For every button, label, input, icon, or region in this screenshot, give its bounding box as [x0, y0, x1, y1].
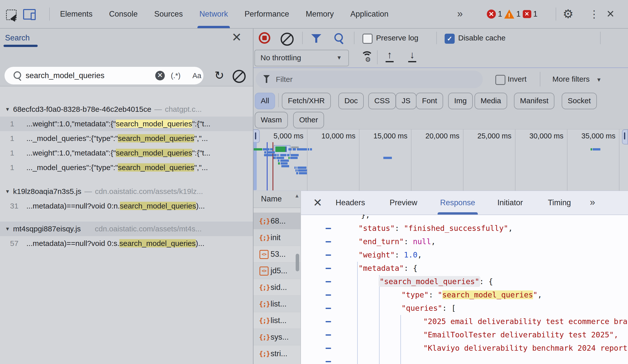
search-match-row[interactable]: 1 ..._model_queries":{"type":"search_mod…	[0, 160, 253, 175]
fold-marker[interactable]	[326, 321, 331, 322]
filter-funnel-icon[interactable]	[311, 33, 321, 43]
waterfall-bar[interactable]	[288, 157, 290, 159]
name-column-header[interactable]: Name ▲	[253, 191, 300, 208]
request-row[interactable]: {;}init	[253, 229, 300, 246]
result-group-header[interactable]: ▼ 68ecfcd3-f0a0-8328-b78e-46c2eb4015ce—c…	[0, 102, 253, 117]
filter-chip-other[interactable]: Other	[293, 112, 324, 128]
tab-preview[interactable]: Preview	[390, 191, 417, 215]
clear-search-icon[interactable]: ✕	[155, 71, 165, 80]
record-stop-icon[interactable]	[259, 32, 270, 44]
filter-chip-font[interactable]: Font	[416, 93, 443, 109]
filter-chip-manifest[interactable]: Manifest	[514, 93, 554, 109]
disable-cache-checkbox[interactable]: ✓	[445, 34, 455, 44]
throttling-dropdown[interactable]: No throttling ▼	[254, 50, 349, 66]
waterfall-bar[interactable]	[281, 162, 288, 165]
fold-marker[interactable]	[326, 348, 331, 349]
waterfall-bar[interactable]	[296, 167, 297, 169]
warning-badge-icon[interactable]: !	[504, 10, 514, 19]
waterfall-bar[interactable]	[297, 148, 307, 150]
close-devtools-icon[interactable]: ×	[607, 0, 614, 27]
fold-marker[interactable]	[326, 281, 331, 282]
waterfall-bar[interactable]	[294, 167, 296, 169]
timeline-overview[interactable]: 5,000 ms10,000 ms15,000 ms20,000 ms25,00…	[253, 129, 628, 191]
tab-timing[interactable]: Timing	[548, 191, 571, 215]
invert-checkbox[interactable]	[495, 75, 505, 85]
waterfall-bar[interactable]	[278, 160, 279, 162]
fold-marker[interactable]	[326, 241, 331, 242]
tab-console[interactable]: Console	[109, 0, 138, 28]
waterfall-bar[interactable]	[288, 148, 292, 150]
waterfall-bar[interactable]	[273, 154, 277, 156]
scroll-up-icon[interactable]: ▲	[294, 193, 299, 199]
search-match-row[interactable]: 1 ...weight":1.0,"metadata":{"search_mod…	[0, 146, 253, 160]
filter-chip-socket[interactable]: Socket	[562, 93, 597, 109]
inspect-element-icon[interactable]	[6, 10, 17, 20]
request-row[interactable]: {;}sid...	[253, 279, 300, 296]
filter-chip-fetch-xhr[interactable]: Fetch/XHR	[282, 93, 331, 109]
import-har-icon[interactable]: ↑	[384, 49, 395, 63]
overview-right-handle[interactable]	[622, 129, 628, 144]
filter-chip-all[interactable]: All	[255, 93, 275, 109]
tab-response[interactable]: Response	[440, 191, 475, 215]
request-row[interactable]: <>53...	[253, 246, 300, 263]
fold-marker[interactable]	[326, 254, 331, 256]
waterfall-bar[interactable]	[280, 154, 286, 156]
tab-initiator[interactable]: Initiator	[497, 191, 523, 215]
fold-marker[interactable]	[326, 361, 331, 362]
fold-marker[interactable]	[326, 334, 331, 336]
waterfall-bar[interactable]	[295, 169, 297, 172]
waterfall-bar[interactable]	[383, 157, 392, 159]
match-case-toggle[interactable]: Aa	[192, 67, 201, 84]
filter-chip-css[interactable]: CSS	[368, 93, 396, 109]
waterfall-bar[interactable]	[290, 157, 298, 159]
error-badge-icon[interactable]: ✕	[487, 10, 496, 19]
fold-marker[interactable]	[326, 228, 331, 229]
more-detail-tabs-icon[interactable]: »	[590, 191, 594, 214]
waterfall-bar[interactable]	[275, 146, 285, 152]
waterfall-bar[interactable]	[293, 148, 296, 150]
search-match-row[interactable]: 31 ...metadata)==null?void 0:n.search_mo…	[0, 199, 253, 213]
waterfall-bar[interactable]	[280, 160, 289, 162]
tab-elements[interactable]: Elements	[60, 0, 92, 28]
clear-network-log-icon[interactable]	[281, 33, 294, 46]
waterfall-bar[interactable]	[296, 172, 298, 174]
waterfall-bar[interactable]	[591, 148, 592, 150]
waterfall-bar[interactable]	[264, 154, 273, 156]
waterfall-bar[interactable]	[285, 146, 287, 152]
waterfall-bar[interactable]	[270, 148, 273, 150]
tab-application[interactable]: Application	[350, 0, 389, 28]
tab-network[interactable]: Network	[199, 0, 228, 28]
waterfall-bar[interactable]	[593, 148, 600, 150]
network-conditions-icon[interactable]: ⚙	[361, 51, 373, 61]
search-panel-title[interactable]: Search	[5, 29, 30, 47]
export-har-icon[interactable]: ↓	[407, 49, 418, 63]
waterfall-bar[interactable]	[273, 157, 276, 159]
issues-badge-icon[interactable]: ✕	[523, 10, 531, 18]
more-tabs-icon[interactable]: »	[457, 0, 462, 27]
clear-results-icon[interactable]	[233, 70, 246, 83]
waterfall-bar[interactable]	[291, 154, 299, 156]
result-group-header[interactable]: ▼ k19lz8oaqia7n3s5.js—cdn.oaistatic.com/…	[0, 184, 253, 199]
filter-chip-img[interactable]: Img	[448, 93, 473, 109]
waterfall-bar[interactable]	[287, 154, 289, 156]
tab-performance[interactable]: Performance	[244, 0, 289, 28]
filter-chip-media[interactable]: Media	[475, 93, 507, 109]
waterfall-bar[interactable]	[298, 167, 306, 169]
request-row[interactable]: {;}68...	[253, 213, 300, 229]
waterfall-bar[interactable]	[276, 157, 284, 159]
waterfall-bar[interactable]	[278, 162, 280, 165]
filter-input[interactable]: Filter	[256, 71, 483, 88]
settings-gear-icon[interactable]: ⚙	[563, 0, 573, 28]
filter-chip-js[interactable]: JS	[396, 93, 416, 109]
more-filters-dropdown[interactable]: More filters▼	[552, 68, 602, 91]
filter-chip-wasm[interactable]: Wasm	[255, 112, 288, 128]
overview-left-handle[interactable]	[253, 129, 260, 143]
tab-memory[interactable]: Memory	[306, 0, 334, 28]
waterfall-bar[interactable]	[299, 172, 307, 174]
search-input[interactable]: search_model_queries ✕ (.*) Aa	[5, 67, 203, 84]
request-row[interactable]: {;}list...	[253, 312, 300, 329]
waterfall-bar[interactable]	[264, 151, 266, 153]
result-group-header[interactable]: ▼ mt4sqpgi887eisqy.jscdn.oaistatic.com/a…	[0, 222, 253, 236]
tab-sources[interactable]: Sources	[154, 0, 183, 28]
close-search-panel-icon[interactable]: ✕	[232, 29, 242, 46]
